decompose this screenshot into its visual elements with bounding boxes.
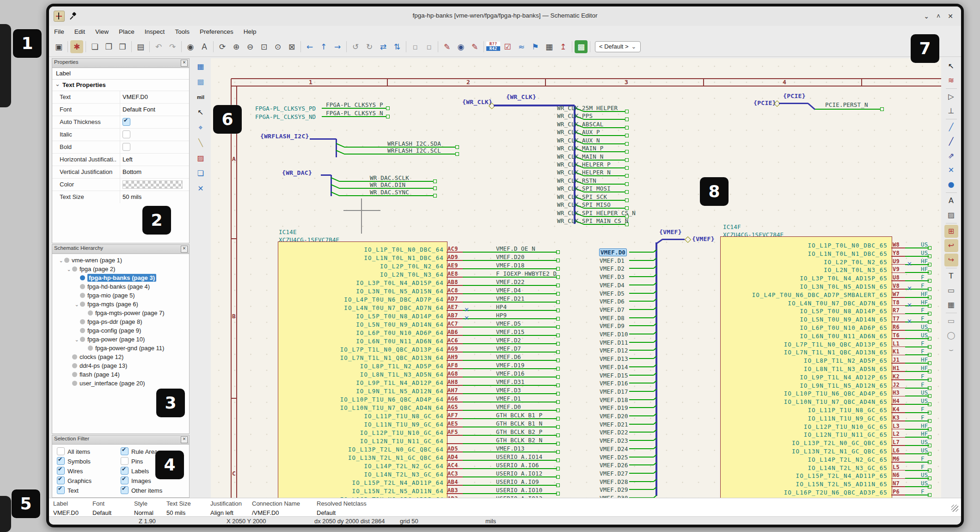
net-label-fragment[interactable]: US [921, 471, 928, 478]
hierarchical-label[interactable]: {WR_DAC} [282, 169, 312, 176]
paste-button[interactable]: ▤ [134, 40, 147, 53]
wire[interactable] [629, 260, 654, 261]
find-replace-button[interactable]: A [198, 40, 211, 53]
net-label[interactable]: VMEF.D15 [496, 328, 525, 335]
symbol-fields-table-button[interactable]: ▦ [543, 40, 556, 53]
refresh-button[interactable]: ⟳ [216, 40, 229, 53]
wire[interactable] [336, 150, 345, 155]
sheet-item-fpga-mio[interactable]: fpga-mio (page 5) [55, 291, 189, 300]
net-label[interactable]: WR_CLK.SPI_MISO [557, 201, 611, 208]
net-label[interactable]: VMEF.D22 [496, 278, 525, 285]
net-label-fragment[interactable]: F_ [921, 381, 928, 388]
net-label[interactable]: VMEF.D8 [600, 315, 625, 322]
net-label[interactable]: HP4 [496, 303, 507, 310]
net-label[interactable]: VMEF.D3 [600, 273, 625, 280]
wire[interactable] [310, 138, 336, 140]
sheet-item-fpga-power[interactable]: ⌄fpga-power (page 10) [55, 335, 189, 344]
filter-checkbox[interactable] [121, 486, 129, 494]
property-value[interactable]: VMEF.D0 [122, 93, 148, 100]
net-label[interactable]: VMEF.D7 [600, 306, 625, 313]
wire[interactable] [629, 285, 654, 285]
cursor-crosshair[interactable] [361, 198, 361, 234]
filter-text[interactable]: Text [57, 486, 79, 494]
net-label-fragment[interactable]: F_ [921, 282, 928, 289]
bus-label[interactable]: {PCIE} [783, 93, 806, 99]
net-label[interactable]: WR_DAC.SCLK [370, 174, 409, 181]
net-label[interactable]: VMEF.D13 [496, 445, 525, 452]
net-label[interactable]: VMEF.D17 [600, 388, 628, 395]
symbol-reference[interactable]: IC14F [723, 223, 741, 230]
net-label-fragment[interactable]: F_ [921, 406, 928, 413]
net-label-fragment[interactable]: F_ [921, 274, 928, 281]
global-label[interactable]: FPGA-PL_CLKSYS_ND [255, 113, 316, 120]
draw-rectangle-tool[interactable]: ▭ [944, 315, 958, 328]
filter-symbols[interactable]: Symbols [57, 457, 91, 465]
filter-all-items[interactable]: All items [57, 447, 90, 455]
net-label[interactable]: VMEF.D19 [600, 404, 628, 411]
net-label[interactable]: VMEF.D30 [600, 495, 628, 498]
selected-net-label[interactable]: VMEF.D0 [600, 249, 626, 256]
net-label[interactable]: WR_DAC.SYNC [370, 189, 409, 196]
net-label[interactable]: VMEF.D28 [600, 478, 628, 485]
place-table-tool[interactable]: ▦ [944, 298, 958, 311]
sheet-frame-tick[interactable] [545, 79, 545, 86]
bom-button[interactable]: ↥ [557, 40, 570, 53]
sheet-item-fpga-config[interactable]: fpga-config (page 9) [55, 326, 189, 335]
junction-tool[interactable]: ● [944, 178, 958, 191]
no-connect-tool[interactable]: ✕ [944, 164, 958, 177]
bus-label[interactable]: {VMEF} [659, 229, 682, 235]
net-label[interactable]: VMEF.D10 [600, 331, 628, 338]
net-label[interactable]: WR_DAC.DIN [370, 181, 405, 188]
edit-sheet-button[interactable]: ✎ [468, 40, 481, 53]
wire[interactable] [629, 424, 654, 425]
units-mil-button[interactable]: mil [194, 90, 208, 104]
erc-button[interactable]: ☑ [501, 40, 514, 53]
nav-back-button[interactable]: ← [303, 40, 316, 53]
filter-checkbox[interactable] [121, 447, 129, 455]
net-label-fragment[interactable]: US [921, 447, 928, 454]
simulator-button[interactable]: ≈ [515, 40, 528, 53]
wire[interactable] [336, 143, 345, 148]
wire[interactable] [629, 325, 654, 326]
wire[interactable] [629, 489, 654, 490]
net-label[interactable]: VMEF.D4 [496, 287, 521, 294]
net-label[interactable]: USERIO_A.IO6 [496, 462, 539, 469]
filter-checkbox[interactable] [57, 486, 65, 494]
draw-bus-tool[interactable]: ╱ [944, 135, 958, 148]
schematic-setup-button[interactable]: ✱ [70, 40, 83, 53]
net-label[interactable]: VMEF.D19 [496, 362, 525, 369]
grid-style-icon[interactable]: ▩ [194, 75, 208, 89]
sheet-frame-tick[interactable] [231, 398, 237, 398]
filter-wires[interactable]: Wires [57, 467, 83, 475]
net-label-fragment[interactable]: US [921, 389, 928, 396]
cursor-shape-icon[interactable]: ↖ [194, 105, 208, 119]
net-label[interactable]: VMEF.D29 [600, 486, 628, 493]
zoom-fit-button[interactable]: ⊡ [257, 40, 270, 53]
mirror-h-button[interactable]: ⇄ [377, 40, 390, 53]
wire[interactable] [656, 239, 662, 244]
wire[interactable] [662, 239, 685, 240]
properties-section-header[interactable]: Text Properties [52, 80, 189, 91]
net-label-fragment[interactable]: US [921, 241, 928, 248]
net-label[interactable]: VMEF.D1 [600, 257, 625, 264]
wire[interactable] [336, 139, 337, 157]
zoom-out-button[interactable]: ⊖ [244, 40, 257, 53]
net-label[interactable]: VMEF.D23 [600, 437, 628, 444]
wire[interactable] [629, 268, 654, 269]
dashed-rect-icon-2[interactable]: ▫ [423, 40, 435, 53]
filter-checkbox[interactable] [57, 467, 65, 475]
hierarchical-label[interactable]: {VMEF} [692, 235, 715, 242]
rotate-ccw-button[interactable]: ↺ [349, 40, 362, 53]
wire[interactable] [808, 103, 815, 110]
filter-images[interactable]: Images [121, 476, 151, 484]
net-label[interactable]: WR_CLK.SPI_HELPER_CS_N [557, 210, 636, 217]
net-label[interactable]: WR_CLK.AUX_P [557, 129, 600, 136]
wire[interactable] [463, 318, 557, 319]
net-label[interactable]: FPGA-PL_CLKSYS_P [326, 101, 383, 108]
edit-symbols-button[interactable]: ✎ [441, 40, 453, 53]
filter-pins[interactable]: Pins [121, 457, 143, 465]
netclass-select[interactable]: < Default >⌄ [595, 41, 641, 52]
rotate-cw-button[interactable]: ↻ [363, 40, 376, 53]
sheet-item-fpga-power-gnd[interactable]: fpga-power-gnd (page 11) [55, 344, 189, 353]
net-label-fragment[interactable]: US [921, 439, 928, 445]
